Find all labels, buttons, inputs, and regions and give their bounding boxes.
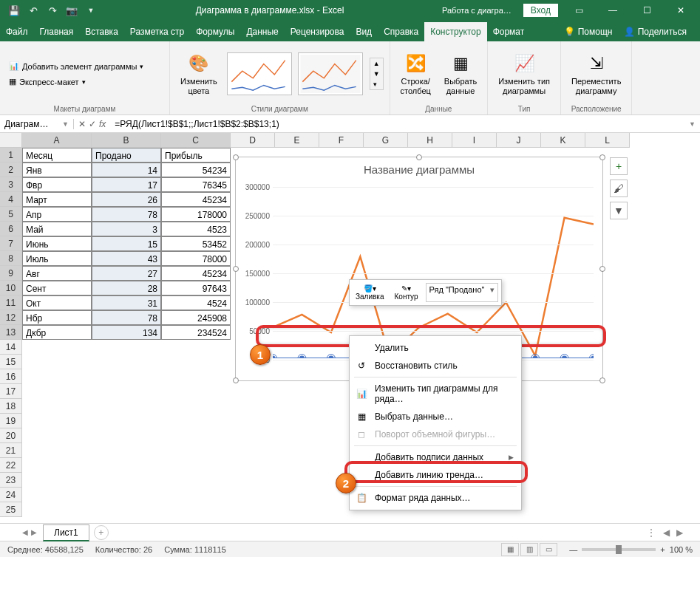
ctx-add-data-labels[interactable]: Добавить подписи данных▶ [350,448,521,466]
col-header-B[interactable]: B [92,133,161,148]
row-header-14[interactable]: 14 [0,340,22,355]
chart-styles-button[interactable]: 🖌 [610,180,628,197]
add-chart-element-button[interactable]: 📊Добавить элемент диаграммы▾ [6,60,146,72]
cell[interactable]: 78000 [161,251,231,266]
row-header-15[interactable]: 15 [0,355,22,369]
quick-layout-button[interactable]: ▦Экспресс-макет▾ [6,75,89,88]
mini-outline-button[interactable]: ✎▾Контур [392,283,421,302]
cell[interactable]: Май [22,222,92,236]
row-header-21[interactable]: 21 [0,443,22,458]
camera-icon[interactable]: 📷 [65,4,78,17]
change-colors-button[interactable]: 🎨 Изменить цвета [176,49,222,99]
row-header-1[interactable]: 1 [0,148,22,163]
cell-header[interactable]: Продано [92,148,161,163]
chart-style-2[interactable] [298,52,363,95]
cell[interactable]: Июнь [22,236,92,251]
cell[interactable]: 4524 [161,295,231,310]
cell[interactable]: 26 [92,192,161,207]
row-header-18[interactable]: 18 [0,399,22,414]
cell[interactable]: 76345 [161,177,231,192]
tab-рецензирова[interactable]: Рецензирова [285,22,350,41]
row-header-25[interactable]: 25 [0,502,22,517]
col-header-F[interactable]: F [319,133,364,148]
tab-главная[interactable]: Главная [34,22,80,41]
row-header-10[interactable]: 10 [0,281,22,295]
zoom-slider[interactable] [582,548,656,551]
styles-scroll-up[interactable]: ▲ [370,58,383,69]
cell[interactable]: 78 [92,207,161,222]
styles-gallery-more[interactable]: ▾ [370,79,383,89]
formula-input[interactable]: =РЯД(Лист1!$B$1;;Лист1!$B$2:$B$13;1) [110,119,684,129]
switch-row-column-button[interactable]: 🔀Строка/ столбец [396,49,435,99]
cell[interactable]: Апр [22,207,92,222]
row-header-12[interactable]: 12 [0,310,22,325]
ctx-delete[interactable]: Удалить [350,339,521,357]
mini-fill-button[interactable]: 🪣▾Заливка [353,283,387,302]
cell[interactable]: 31 [92,295,161,310]
mini-series-select[interactable]: Ряд "Продано" [426,283,499,302]
row-header-20[interactable]: 20 [0,428,22,443]
row-header-16[interactable]: 16 [0,369,22,384]
cell[interactable]: 28 [92,281,161,295]
styles-scroll-down[interactable]: ▼ [370,69,383,79]
sign-in-button[interactable]: Вход [523,4,558,17]
row-header-13[interactable]: 13 [0,325,22,340]
ctx-reset-style[interactable]: ↺Восстановить стиль [350,357,521,375]
cell[interactable]: Авг [22,266,92,281]
cell[interactable]: 17 [92,177,161,192]
tab-справка[interactable]: Справка [378,22,424,41]
row-header-3[interactable]: 3 [0,177,22,192]
row-header-11[interactable]: 11 [0,295,22,310]
share-button[interactable]: 👤 Поделиться [618,22,693,41]
col-header-H[interactable]: H [408,133,452,148]
col-header-E[interactable]: E [275,133,319,148]
qat-dropdown-icon[interactable]: ▼ [84,4,98,17]
formula-expand-icon[interactable]: ▼ [684,120,700,128]
sheet-tab-1[interactable]: Лист1 [43,524,89,541]
save-icon[interactable]: 💾 [7,4,21,17]
tab-формулы[interactable]: Формулы [190,22,240,41]
change-chart-type-button[interactable]: 📈Изменить тип диаграммы [494,49,554,99]
zoom-in-button[interactable]: + [660,545,665,554]
col-header-G[interactable]: G [364,133,408,148]
tab-файл[interactable]: Файл [0,22,34,41]
tab-вставка[interactable]: Вставка [79,22,124,41]
cell[interactable]: 14 [92,163,161,177]
cell[interactable]: Янв [22,163,92,177]
col-header-C[interactable]: C [161,133,231,148]
cell-header[interactable]: Месяц [22,148,92,163]
row-header-4[interactable]: 4 [0,192,22,207]
select-all-corner[interactable] [0,133,22,148]
redo-icon[interactable]: ↷ [46,4,59,17]
maximize-icon[interactable]: ☐ [631,0,663,21]
col-header-I[interactable]: I [452,133,497,148]
col-header-D[interactable]: D [231,133,275,148]
cell[interactable]: 134 [92,325,161,340]
close-icon[interactable]: ✕ [665,0,697,21]
cancel-formula-icon[interactable]: ✕ [78,119,86,129]
cell[interactable]: 53452 [161,236,231,251]
row-header-19[interactable]: 19 [0,414,22,428]
name-box[interactable]: Диаграм…▼ [0,119,74,129]
ctx-add-trendline[interactable]: Добавить линию тренда… [350,466,521,484]
col-header-L[interactable]: L [585,133,630,148]
tab-вид[interactable]: Вид [350,22,378,41]
cell[interactable]: 3 [92,222,161,236]
cell[interactable]: Сент [22,281,92,295]
zoom-level[interactable]: 100 % [670,545,693,554]
cell-header[interactable]: Прибыль [161,148,231,163]
row-header-9[interactable]: 9 [0,266,22,281]
chart-style-1[interactable] [227,52,292,95]
row-header-6[interactable]: 6 [0,222,22,236]
col-header-K[interactable]: K [541,133,585,148]
cell[interactable]: 97643 [161,281,231,295]
cell[interactable]: Март [22,192,92,207]
row-header-22[interactable]: 22 [0,458,22,473]
cell[interactable]: 27 [92,266,161,281]
enter-formula-icon[interactable]: ✓ [89,119,96,129]
ctx-format-data-series[interactable]: 📋Формат ряда данных… [350,489,521,507]
cell[interactable]: 245908 [161,310,231,325]
row-header-2[interactable]: 2 [0,163,22,177]
cell[interactable]: 43 [92,251,161,266]
tab-данные[interactable]: Данные [240,22,284,41]
